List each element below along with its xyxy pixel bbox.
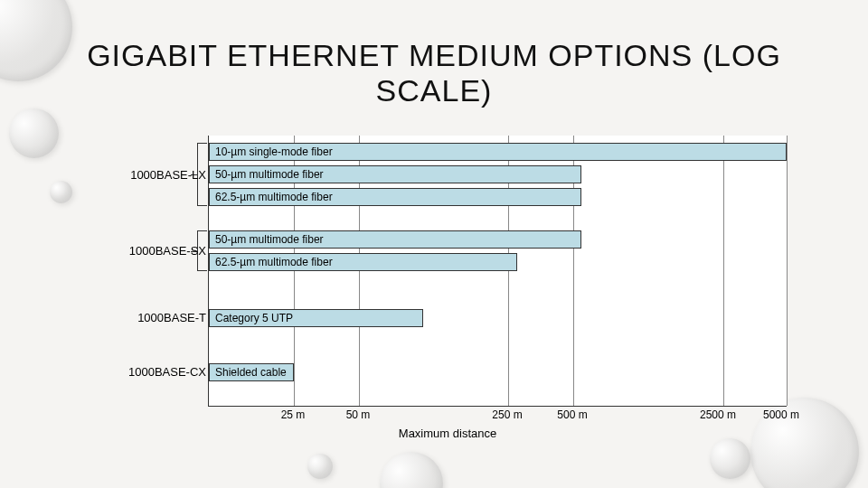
xtick-2500: 2500 m: [700, 408, 736, 421]
bar-cx-shielded: Shielded cable: [209, 363, 294, 381]
xtick-5000: 5000 m: [763, 408, 799, 421]
decoration-bubble: [307, 454, 333, 479]
bar-sx-50um: 50-µm multimode fiber: [209, 230, 581, 249]
xtick-50: 50 m: [346, 408, 371, 421]
bar-lx-62um: 62.5-µm multimode fiber: [209, 188, 581, 206]
page-title: GIGABIT ETHERNET MEDIUM OPTIONS (LOG SCA…: [0, 38, 868, 108]
bar-sx-62um: 62.5-µm multimode fiber: [209, 253, 517, 271]
bar-lx-singlemode: 10-µm single-mode fiber: [209, 143, 787, 161]
ylabel-sx: 1000BASE-SX: [129, 244, 206, 258]
bar-t-cat5: Category 5 UTP: [209, 309, 423, 327]
decoration-bubble: [710, 438, 750, 479]
xtick-250: 250 m: [492, 408, 522, 421]
plot-area: 10-µm single-mode fiber 50-µm multimode …: [208, 136, 787, 407]
gridline: [787, 136, 788, 406]
ylabel-lx: 1000BASE-LX: [130, 168, 206, 182]
title-line2: SCALE): [376, 73, 493, 108]
title-line1: GIGABIT ETHERNET MEDIUM OPTIONS (LOG: [87, 38, 781, 72]
x-axis-label: Maximum distance: [108, 427, 787, 440]
ylabel-t: 1000BASE-T: [137, 311, 206, 324]
gridline: [723, 136, 724, 406]
ylabel-cx: 1000BASE-CX: [128, 365, 206, 379]
decoration-bubble: [9, 108, 59, 158]
chart-container: 10-µm single-mode fiber 50-µm multimode …: [108, 136, 796, 443]
decoration-bubble: [380, 452, 443, 488]
xtick-500: 500 m: [557, 408, 587, 421]
bar-lx-50um: 50-µm multimode fiber: [209, 165, 581, 183]
xtick-25: 25 m: [281, 408, 306, 421]
decoration-bubble: [50, 181, 72, 203]
